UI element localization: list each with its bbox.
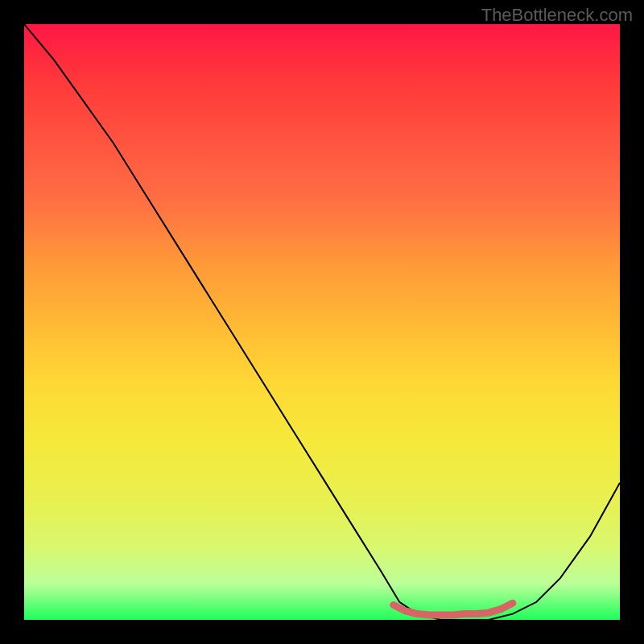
optimal-region-marker bbox=[394, 603, 513, 615]
bottleneck-curve bbox=[24, 24, 620, 620]
chart-plot-area bbox=[24, 24, 620, 620]
watermark-text: TheBottleneck.com bbox=[481, 5, 633, 26]
chart-svg bbox=[24, 24, 620, 620]
